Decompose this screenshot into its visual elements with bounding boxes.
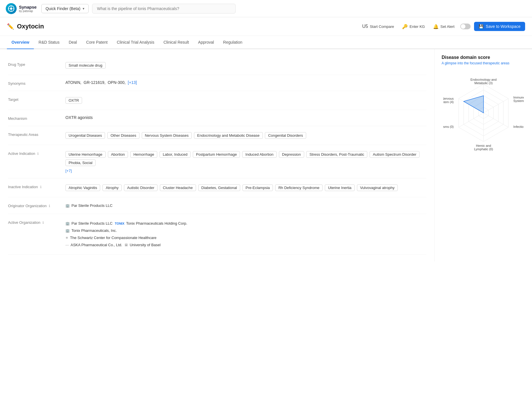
tab-regulation[interactable]: Regulation [219,36,247,49]
axis-label-immune-2: System (0) [513,99,524,103]
target-tag: OXTR [65,97,82,104]
enter-kg-button[interactable]: 🔑 Enter KG [400,23,427,30]
synonyms-text: ATONIN, GR-121619, OPN-300, [+13] [65,80,137,85]
active-org-6: 🏛 University of Basel [125,243,161,247]
drug-actions: U5 Start Compare 🔑 Enter KG 🔔 Set Alert … [360,22,525,31]
active-org-row-3: ✳ The Schwartz Center for Compassionate … [65,235,426,241]
save-label: Save to Workspace [486,24,521,29]
compare-icon: U5 [362,24,368,29]
target-row: Target OXTR [8,91,426,110]
drug-type-tag: Small molecule drug [65,62,106,69]
alert-toggle[interactable] [460,24,471,29]
tab-deal[interactable]: Deal [64,36,81,49]
axis-label-endocrinology: Endocrinology and [470,78,496,81]
active-org-2: TONIX Tonix Pharmaceuticals Holding Corp… [115,221,187,226]
ta-tag-5: Congenital Disorders [265,132,306,139]
active-org-value: 🏢 Par Sterile Products LLC TONIX Tonix P… [65,219,426,249]
ai-tag-5: Postpartum Hemorrhage [193,151,240,158]
tab-rd-status[interactable]: R&D Status [34,36,64,49]
ii-tag-3: Autistic Disorder [124,184,158,191]
tab-core-patent[interactable]: Core Patent [81,36,112,49]
ii-tag-6: Pre-Eclampsia [242,184,273,191]
active-indication-label: Active Indication ℹ [8,150,65,156]
originator-org-name: Par Sterile Products LLC [71,203,112,208]
tab-clinical-trial[interactable]: Clinical Trial Analysis [112,36,159,49]
ta-tag-1: Urogenital Diseases [65,132,105,139]
tab-overview[interactable]: Overview [7,36,34,49]
synonyms-label: Synonyms [8,80,65,86]
originator-org-item: 🏢 Par Sterile Products LLC [65,203,112,208]
drug-title: Oxytocin [17,23,44,30]
inactive-indication-row: Inactive Indication ℹ Atrophic Vaginitis… [8,178,426,197]
start-compare-button[interactable]: U5 Start Compare [360,23,396,30]
ai-tag-2: Abortion [108,151,128,158]
axis-label-endocrinology-2: Metabolic (3) [474,81,493,85]
drug-type-label: Drug Type [8,61,65,67]
ii-tag-1: Atrophic Vaginitis [65,184,100,191]
org-name-3: Tonix Pharmaceuticals, Inc. [71,228,117,233]
active-org-5: — ASKA Pharmaceutical Co., Ltd. [65,243,122,247]
axis-label-immune: Immune [513,96,524,99]
ta-tag-2: Other Diseases [107,132,139,139]
synonyms-more-link[interactable]: [+13] [128,80,137,85]
therapeutic-areas-label: Therapeutic Areas [8,131,65,137]
tab-approval[interactable]: Approval [193,36,218,49]
drug-type-row: Drug Type Small molecule drug [8,56,426,75]
active-org-row-2: 🏢 Tonix Pharmaceuticals, Inc. [65,228,426,234]
therapeutic-areas-row: Therapeutic Areas Urogenital Diseases Ot… [8,126,426,145]
logo-icon [6,3,17,14]
mechanism-row: Mechanism OXTR agonists [8,110,426,126]
main-content: Drug Type Small molecule drug Synonyms A… [0,49,532,261]
drug-edit-icon: ✏️ [7,23,14,30]
active-org-4: ✳ The Schwartz Center for Compassionate … [65,236,156,240]
tab-clinical-result[interactable]: Clinical Result [159,36,194,49]
quick-finder-label: Quick Finder (Beta) [46,6,80,11]
toggle-knob [461,24,465,29]
inactive-indication-label: Inactive Indication ℹ [8,184,65,189]
axis-label-nervous: Nervous [443,97,454,100]
ii-tag-8: Uterine Inertia [325,184,355,191]
target-label: Target [8,96,65,102]
info-panel: Drug Type Small molecule drug Synonyms A… [0,49,434,261]
active-indication-row: Active Indication ℹ Uterine Hemorrhage A… [8,145,426,178]
axis-label-nervous-2: System (4) [443,100,454,104]
mechanism-value: OXTR agonists [65,115,426,120]
axis-label-hemic-2: Lymphatic (0) [474,147,493,151]
radar-chart: Endocrinology and Metabolic (3) Immune S… [442,70,525,156]
svg-line-13 [484,113,508,127]
ai-tag-7: Depression [279,151,304,158]
originator-org-icon: 🏢 [65,204,70,208]
originator-info-icon: ℹ [49,204,50,208]
active-org-label: Active Organization ℹ [8,219,65,225]
synonyms-row: Synonyms ATONIN, GR-121619, OPN-300, [+1… [8,75,426,91]
save-icon: 💾 [479,24,484,29]
ii-tag-7: Rh Deficiency Syndrome [275,184,323,191]
ai-tag-9: Autism Spectrum Disorder [370,151,420,158]
ii-tag-2: Atrophy [102,184,122,191]
active-org-1: 🏢 Par Sterile Products LLC [65,221,112,226]
mechanism-label: Mechanism [8,115,65,121]
svg-point-1 [10,7,12,10]
org-icon-1: 🏢 [65,221,70,226]
synonyms-value: ATONIN, GR-121619, OPN-300, [+13] [65,80,426,85]
save-to-workspace-button[interactable]: 💾 Save to Workspace [474,22,525,31]
org-icon-4: ✳ [65,236,68,240]
org-name-6: University of Basel [130,243,161,247]
active-indication-value: Uterine Hemorrhage Abortion Hemorrhage L… [65,150,426,173]
search-input[interactable] [92,4,236,14]
logo-name: Synapse [19,5,37,9]
ai-tag-4: Labor, Induced [160,151,191,158]
top-nav: Synapse by patsnap Quick Finder (Beta) ▾ [0,0,532,17]
ii-tag-9: Vulvovaginal atrophy [357,184,398,191]
set-alert-button[interactable]: 🔔 Set Alert [431,23,457,30]
active-indication-more-link[interactable]: [+7] [65,169,72,173]
logo-area: Synapse by patsnap [6,3,37,14]
chevron-down-icon: ▾ [83,7,84,11]
quick-finder-button[interactable]: Quick Finder (Beta) ▾ [41,4,89,13]
compare-label: Start Compare [370,24,394,29]
org-icon-6: 🏛 [125,243,128,247]
svg-line-12 [484,99,508,113]
originator-org-value: 🏢 Par Sterile Products LLC [65,203,426,209]
ii-tag-5: Diabetes, Gestational [198,184,240,191]
org-icon-2: TONIX [115,222,124,225]
